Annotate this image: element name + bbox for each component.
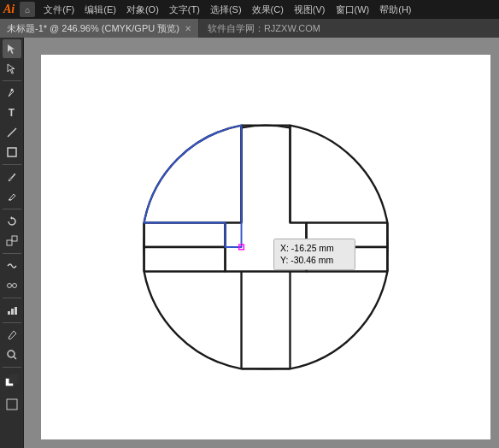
scale-tool-button[interactable] bbox=[3, 232, 21, 251]
fill-stroke-button[interactable] bbox=[3, 372, 21, 391]
svg-rect-8 bbox=[8, 311, 10, 315]
warp-tool-button[interactable] bbox=[3, 256, 21, 275]
drawing-canvas: X: -16.25 mm Y: -30.46 mm bbox=[41, 55, 490, 439]
svg-rect-15 bbox=[7, 399, 17, 410]
zoom-tool-button[interactable] bbox=[3, 345, 21, 364]
pencil-tool-button[interactable] bbox=[3, 187, 21, 206]
tool-divider-2 bbox=[3, 164, 21, 165]
pen-tool-button[interactable] bbox=[3, 84, 21, 103]
tab-document-label: 未标题-1* @ 246.96% (CMYK/GPU 预览) bbox=[7, 22, 179, 35]
tool-divider-5 bbox=[3, 298, 21, 298]
paintbrush-tool-button[interactable] bbox=[3, 168, 21, 186]
tool-divider-1 bbox=[3, 80, 21, 81]
svg-rect-4 bbox=[12, 236, 17, 241]
direct-selection-tool-button[interactable] bbox=[3, 59, 21, 78]
main-area: T bbox=[0, 38, 499, 448]
menu-text[interactable]: 文字(T) bbox=[164, 3, 205, 16]
tool-divider-3 bbox=[3, 209, 21, 209]
line-tool-button[interactable] bbox=[3, 123, 21, 142]
menu-edit[interactable]: 编辑(E) bbox=[79, 3, 121, 16]
tool-divider-7 bbox=[3, 367, 21, 368]
svg-point-6 bbox=[12, 284, 16, 288]
tab-document[interactable]: 未标题-1* @ 246.96% (CMYK/GPU 预览) ✕ bbox=[0, 19, 199, 38]
canvas-area[interactable]: X: -16.25 mm Y: -30.46 mm bbox=[24, 38, 499, 448]
menu-bar: 文件(F) 编辑(E) 对象(O) 文字(T) 选择(S) 效果(C) 视图(V… bbox=[38, 3, 496, 16]
screen-mode-button[interactable] bbox=[3, 395, 21, 414]
tab-close-button[interactable]: ✕ bbox=[185, 24, 191, 33]
svg-line-1 bbox=[8, 128, 16, 137]
svg-rect-14 bbox=[9, 374, 18, 383]
title-bar: Ai ⌂ 文件(F) 编辑(E) 对象(O) 文字(T) 选择(S) 效果(C)… bbox=[0, 0, 499, 19]
tool-divider-4 bbox=[3, 253, 21, 254]
svg-line-12 bbox=[14, 357, 16, 359]
toolbar: T bbox=[0, 38, 24, 448]
menu-object[interactable]: 对象(O) bbox=[121, 3, 164, 16]
tab-bar: 未标题-1* @ 246.96% (CMYK/GPU 预览) ✕ 软件自学网：R… bbox=[0, 19, 499, 38]
shape-tool-button[interactable] bbox=[3, 143, 21, 162]
svg-rect-3 bbox=[7, 240, 12, 245]
menu-window[interactable]: 窗口(W) bbox=[331, 3, 375, 16]
type-tool-button[interactable]: T bbox=[3, 103, 21, 122]
selection-tool-button[interactable] bbox=[3, 39, 21, 58]
menu-view[interactable]: 视图(V) bbox=[289, 3, 331, 16]
svg-rect-9 bbox=[11, 309, 14, 315]
tool-divider-6 bbox=[3, 322, 21, 323]
tab-website: 软件自学网：RJZXW.COM bbox=[199, 22, 329, 35]
rotate-tool-button[interactable] bbox=[3, 212, 21, 231]
app-logo: Ai bbox=[3, 3, 15, 16]
eyedropper-tool-button[interactable] bbox=[3, 326, 21, 345]
menu-file[interactable]: 文件(F) bbox=[38, 3, 79, 16]
home-icon[interactable]: ⌂ bbox=[20, 2, 35, 17]
svg-rect-10 bbox=[15, 307, 17, 315]
blend-tool-button[interactable] bbox=[3, 276, 21, 295]
menu-help[interactable]: 帮助(H) bbox=[374, 3, 416, 16]
artboard: X: -16.25 mm Y: -30.46 mm bbox=[41, 55, 490, 439]
menu-effect[interactable]: 效果(C) bbox=[247, 3, 289, 16]
menu-select[interactable]: 选择(S) bbox=[205, 3, 247, 16]
svg-rect-2 bbox=[8, 148, 16, 156]
svg-point-11 bbox=[8, 351, 15, 357]
column-graph-tool-button[interactable] bbox=[3, 301, 21, 320]
svg-point-5 bbox=[7, 284, 11, 288]
svg-text:X: -16.25 mm: X: -16.25 mm bbox=[280, 244, 334, 253]
svg-text:Y: -30.46 mm: Y: -30.46 mm bbox=[280, 256, 333, 265]
svg-point-0 bbox=[10, 89, 13, 91]
